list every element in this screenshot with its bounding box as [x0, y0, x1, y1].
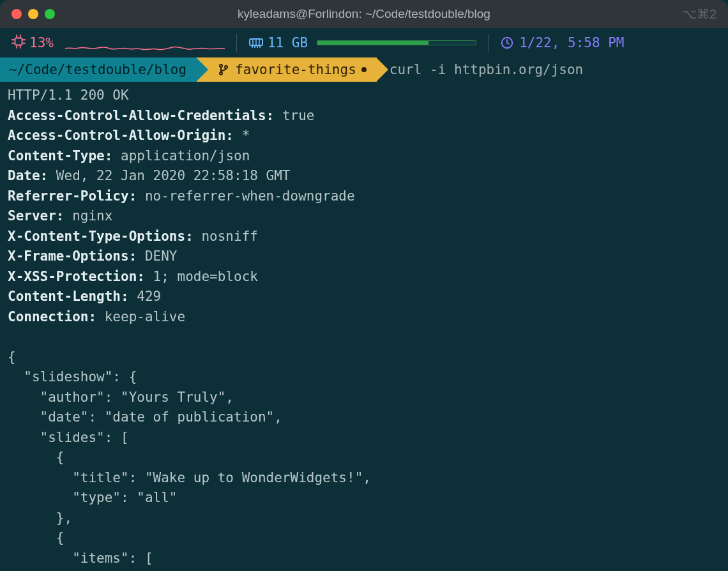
- stat-cpu: 13%: [4, 28, 232, 57]
- window-shortcut-hint: ⌥⌘2: [682, 6, 717, 22]
- ram-bar-fill: [317, 41, 428, 45]
- json-body-line: "slides": [: [8, 428, 720, 448]
- http-header-line: X-Frame-Options: DENY: [8, 247, 720, 267]
- json-body-line: {: [8, 347, 720, 368]
- json-body-line: {: [8, 528, 720, 549]
- prompt-command[interactable]: curl -i httpbin.org/json: [377, 57, 593, 82]
- http-header-line: Server: nginx: [8, 206, 720, 227]
- stat-divider: [488, 34, 489, 52]
- http-header-line: Date: Wed, 22 Jan 2020 22:58:18 GMT: [8, 166, 720, 187]
- clock-label: 1/22, 5:58 PM: [519, 35, 624, 50]
- http-status-line: HTTP/1.1 200 OK: [8, 86, 720, 106]
- clock-icon: [500, 36, 514, 50]
- json-body-line: {: [8, 448, 720, 468]
- http-header-key: X-Content-Type-Options:: [8, 229, 193, 244]
- http-header-value: true: [274, 108, 314, 123]
- prompt-branch-segment: favorite-things: [197, 57, 377, 82]
- chevron-right-icon: [376, 57, 388, 82]
- stat-ram: 11 GB: [241, 28, 484, 57]
- powerline-prompt: ~/Code/testdouble/blog favorite-things c…: [0, 57, 728, 82]
- json-body-line: "slideshow": {: [8, 367, 720, 388]
- json-body-line: "date": "date of publication",: [8, 407, 720, 428]
- http-header-line: Access-Control-Allow-Credentials: true: [8, 106, 720, 126]
- memory-icon: [248, 36, 264, 49]
- json-body-line: "items": [: [8, 549, 720, 569]
- http-header-line: Content-Length: 429: [8, 287, 720, 307]
- terminal-output[interactable]: HTTP/1.1 200 OKAccess-Control-Allow-Cred…: [0, 82, 728, 571]
- cpu-percent: 13%: [29, 35, 54, 50]
- ram-bar: [317, 40, 476, 45]
- prompt-path: ~/Code/testdouble/blog: [9, 62, 186, 77]
- http-header-key: Date:: [8, 168, 48, 183]
- http-header-key: X-Frame-Options:: [8, 248, 137, 264]
- http-header-value: DENY: [137, 248, 177, 264]
- json-body-line: },: [8, 508, 720, 529]
- http-header-value: 429: [129, 289, 162, 304]
- http-header-line: Content-Type: application/json: [8, 146, 720, 167]
- json-body-line: "title": "Wake up to WonderWidgets!",: [8, 468, 720, 489]
- prompt-command-text: curl -i httpbin.org/json: [390, 62, 583, 77]
- stat-clock: 1/22, 5:58 PM: [492, 28, 632, 57]
- http-header-line: X-Content-Type-Options: nosniff: [8, 227, 720, 247]
- http-header-value: *: [234, 128, 250, 143]
- git-dirty-dot-icon: [361, 67, 367, 72]
- http-header-key: Access-Control-Allow-Credentials:: [8, 108, 274, 123]
- ram-label: 11 GB: [268, 35, 308, 50]
- http-header-line: X-XSS-Protection: 1; mode=block: [8, 267, 720, 287]
- http-header-key: Access-Control-Allow-Origin:: [8, 128, 234, 143]
- http-header-value: nosniff: [193, 229, 258, 244]
- svg-rect-0: [15, 38, 22, 45]
- http-header-value: no-referrer-when-downgrade: [137, 188, 354, 204]
- http-header-key: Connection:: [8, 309, 96, 324]
- http-header-value: Wed, 22 Jan 2020 22:58:18 GMT: [48, 168, 290, 183]
- chevron-right-icon: [196, 57, 208, 82]
- window-title: kyleadams@Forlindon: ~/Code/testdouble/b…: [0, 7, 728, 21]
- prompt-path-segment: ~/Code/testdouble/blog: [0, 57, 197, 82]
- chip-icon: [11, 34, 26, 52]
- json-body-line: "type": "all": [8, 488, 720, 508]
- http-header-key: Content-Type:: [8, 148, 112, 164]
- tmux-status-bar: 13% 11 GB 1/22, 5:58 PM: [0, 28, 728, 57]
- http-header-line: Referrer-Policy: no-referrer-when-downgr…: [8, 187, 720, 207]
- http-header-line: Connection: keep-alive: [8, 307, 720, 328]
- window-titlebar: kyleadams@Forlindon: ~/Code/testdouble/b…: [0, 0, 728, 28]
- prompt-branch: favorite-things: [235, 62, 356, 77]
- shortcut-text: ⌥⌘2: [682, 6, 717, 22]
- http-header-key: Content-Length:: [8, 289, 129, 304]
- http-header-key: Server:: [8, 208, 64, 224]
- http-header-value: 1; mode=block: [145, 269, 258, 284]
- cpu-sparkline: [65, 34, 225, 51]
- blank-line: [8, 327, 720, 347]
- http-header-value: application/json: [112, 148, 250, 164]
- http-header-key: Referrer-Policy:: [8, 188, 137, 204]
- json-body-line: "author": "Yours Truly",: [8, 388, 720, 408]
- http-header-line: Access-Control-Allow-Origin: *: [8, 126, 720, 146]
- stat-divider: [236, 34, 237, 52]
- git-branch-icon: [218, 63, 229, 76]
- http-header-value: keep-alive: [96, 309, 185, 324]
- http-header-value: nginx: [64, 208, 113, 224]
- http-header-key: X-XSS-Protection:: [8, 269, 145, 284]
